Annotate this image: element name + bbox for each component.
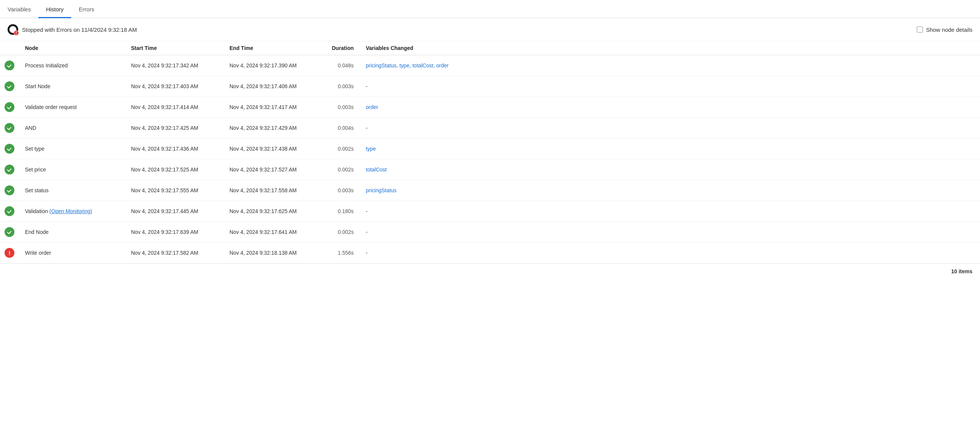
- table-row: Process InitializedNov 4, 2024 9:32:17.3…: [0, 55, 980, 76]
- row-7-start-time: Nov 4, 2024 9:32:17.445 AM: [125, 201, 223, 222]
- row-7-node-link[interactable]: (Open Monitoring): [49, 208, 92, 214]
- col-header-variables-changed: Variables Changed: [360, 41, 980, 55]
- row-2-node-name: Validate order request: [25, 104, 77, 110]
- row-2-status-icon-cell: [0, 97, 19, 118]
- row-2-end-time: Nov 4, 2024 9:32:17.417 AM: [223, 97, 322, 118]
- table-row: End NodeNov 4, 2024 9:32:17.639 AMNov 4,…: [0, 222, 980, 243]
- status-bar: ! Stopped with Errors on 11/4/2024 9:32:…: [0, 18, 980, 41]
- row-5-node-name: Set price: [25, 166, 46, 173]
- row-0-end-time: Nov 4, 2024 9:32:17.390 AM: [223, 55, 322, 76]
- error-icon: !: [5, 248, 14, 258]
- row-9-node-name: Write order: [25, 250, 51, 256]
- row-2-variables-link[interactable]: order: [366, 104, 378, 110]
- row-4-status-icon-cell: [0, 138, 19, 159]
- row-1-variables-changed: -: [360, 76, 980, 97]
- row-6-variables-changed[interactable]: pricingStatus: [360, 180, 980, 201]
- col-header-node: Node: [19, 41, 125, 55]
- success-icon: [5, 227, 14, 237]
- row-0-node: Process Initialized: [19, 55, 125, 76]
- row-3-status-icon-cell: [0, 118, 19, 138]
- table-row: Start NodeNov 4, 2024 9:32:17.403 AMNov …: [0, 76, 980, 97]
- show-node-details-label: Show node details: [926, 27, 972, 33]
- row-1-end-time: Nov 4, 2024 9:32:17.406 AM: [223, 76, 322, 97]
- row-6-node: Set status: [19, 180, 125, 201]
- row-7-variables-changed: -: [360, 201, 980, 222]
- success-icon: [5, 185, 14, 195]
- row-1-start-time: Nov 4, 2024 9:32:17.403 AM: [125, 76, 223, 97]
- row-1-duration: 0.003s: [322, 76, 360, 97]
- table-row: Set typeNov 4, 2024 9:32:17.436 AMNov 4,…: [0, 138, 980, 159]
- row-9-node: Write order: [19, 243, 125, 263]
- tabs-bar: Variables History Errors: [0, 0, 980, 18]
- row-8-start-time: Nov 4, 2024 9:32:17.639 AM: [125, 222, 223, 243]
- row-9-variables-changed: -: [360, 243, 980, 263]
- table-row: !Write orderNov 4, 2024 9:32:17.582 AMNo…: [0, 243, 980, 263]
- row-6-node-name: Set status: [25, 187, 48, 193]
- status-text: Stopped with Errors on 11/4/2024 9:32:18…: [22, 27, 137, 33]
- row-4-end-time: Nov 4, 2024 9:32:17.438 AM: [223, 138, 322, 159]
- success-icon: [5, 102, 14, 112]
- row-5-node: Set price: [19, 159, 125, 180]
- table-header-row: Node Start Time End Time Duration Variab…: [0, 41, 980, 55]
- table-row: Set statusNov 4, 2024 9:32:17.555 AMNov …: [0, 180, 980, 201]
- status-left: ! Stopped with Errors on 11/4/2024 9:32:…: [8, 24, 137, 35]
- row-8-node-name: End Node: [25, 229, 48, 235]
- row-2-duration: 0.003s: [322, 97, 360, 118]
- history-table: Node Start Time End Time Duration Variab…: [0, 41, 980, 263]
- row-1-node: Start Node: [19, 76, 125, 97]
- tab-errors[interactable]: Errors: [71, 2, 102, 18]
- row-3-duration: 0.004s: [322, 118, 360, 138]
- row-5-variables-link[interactable]: totalCost: [366, 166, 387, 173]
- tab-history[interactable]: History: [38, 2, 71, 18]
- row-2-variables-changed[interactable]: order: [360, 97, 980, 118]
- tab-variables[interactable]: Variables: [0, 2, 38, 18]
- row-1-node-name: Start Node: [25, 83, 50, 89]
- table-row: Validate order requestNov 4, 2024 9:32:1…: [0, 97, 980, 118]
- row-7-status-icon-cell: [0, 201, 19, 222]
- row-5-start-time: Nov 4, 2024 9:32:17.525 AM: [125, 159, 223, 180]
- row-0-variables-changed[interactable]: pricingStatus, type, totalCost, order: [360, 55, 980, 76]
- row-0-variables-link[interactable]: pricingStatus, type, totalCost, order: [366, 62, 449, 68]
- show-node-details-checkbox[interactable]: [917, 27, 923, 33]
- table-footer-count: 10 items: [0, 263, 980, 279]
- row-0-start-time: Nov 4, 2024 9:32:17.342 AM: [125, 55, 223, 76]
- col-header-end-time: End Time: [223, 41, 322, 55]
- row-4-start-time: Nov 4, 2024 9:32:17.436 AM: [125, 138, 223, 159]
- row-6-status-icon-cell: [0, 180, 19, 201]
- row-6-end-time: Nov 4, 2024 9:32:17.558 AM: [223, 180, 322, 201]
- row-9-status-icon-cell: !: [0, 243, 19, 263]
- row-6-start-time: Nov 4, 2024 9:32:17.555 AM: [125, 180, 223, 201]
- row-7-duration: 0.180s: [322, 201, 360, 222]
- col-header-duration: Duration: [322, 41, 360, 55]
- row-8-status-icon-cell: [0, 222, 19, 243]
- row-3-node-name: AND: [25, 125, 37, 131]
- col-header-icon: [0, 41, 19, 55]
- row-5-variables-changed[interactable]: totalCost: [360, 159, 980, 180]
- success-icon: [5, 165, 14, 174]
- row-3-variables-changed: -: [360, 118, 980, 138]
- row-4-node: Set type: [19, 138, 125, 159]
- row-6-duration: 0.003s: [322, 180, 360, 201]
- success-icon: [5, 60, 14, 70]
- row-9-duration: 1.556s: [322, 243, 360, 263]
- row-2-node: Validate order request: [19, 97, 125, 118]
- row-5-status-icon-cell: [0, 159, 19, 180]
- success-icon: [5, 123, 14, 133]
- row-8-node: End Node: [19, 222, 125, 243]
- row-8-end-time: Nov 4, 2024 9:32:17.641 AM: [223, 222, 322, 243]
- row-0-node-name: Process Initialized: [25, 62, 68, 68]
- row-6-variables-link[interactable]: pricingStatus: [366, 187, 396, 193]
- row-0-status-icon-cell: [0, 55, 19, 76]
- row-7-node: Validation (Open Monitoring): [19, 201, 125, 222]
- row-4-variables-link[interactable]: type: [366, 146, 375, 152]
- row-7-end-time: Nov 4, 2024 9:32:17.625 AM: [223, 201, 322, 222]
- show-node-details-control[interactable]: Show node details: [917, 27, 972, 33]
- stopped-with-errors-icon: !: [8, 24, 18, 35]
- row-7-node-name: Validation: [25, 208, 48, 214]
- row-3-start-time: Nov 4, 2024 9:32:17.425 AM: [125, 118, 223, 138]
- row-4-variables-changed[interactable]: type: [360, 138, 980, 159]
- row-0-duration: 0.048s: [322, 55, 360, 76]
- row-4-node-name: Set type: [25, 146, 44, 152]
- table-row: ANDNov 4, 2024 9:32:17.425 AMNov 4, 2024…: [0, 118, 980, 138]
- error-badge-icon: !: [14, 30, 19, 36]
